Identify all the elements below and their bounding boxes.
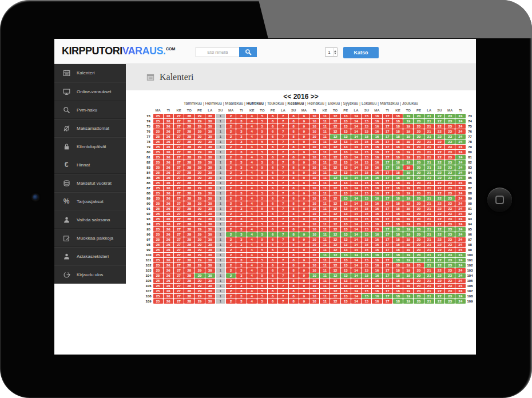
calendar-cell[interactable]: 16 <box>372 294 382 298</box>
calendar-cell[interactable]: 23 <box>445 196 455 201</box>
calendar-cell[interactable]: 15 <box>362 134 371 139</box>
calendar-cell[interactable]: 8 <box>289 201 299 206</box>
calendar-cell[interactable]: 21 <box>424 201 434 206</box>
calendar-cell[interactable]: 8 <box>289 232 299 237</box>
calendar-cell[interactable]: 10 <box>309 119 319 124</box>
calendar-cell[interactable]: 12 <box>330 258 340 262</box>
calendar-cell[interactable]: 10 <box>309 155 319 160</box>
calendar-cell[interactable]: 30 <box>205 145 215 149</box>
calendar-cell[interactable]: 27 <box>174 284 184 288</box>
calendar-cell[interactable]: 13 <box>341 170 351 175</box>
calendar-cell[interactable]: 19 <box>403 263 413 268</box>
calendar-cell[interactable]: 5 <box>257 196 267 201</box>
calendar-cell[interactable]: 17 <box>383 284 392 288</box>
sidebar-item-maksetut-vuokrat[interactable]: Maksetut vuokrat <box>54 174 126 192</box>
calendar-cell[interactable]: 8 <box>289 170 299 175</box>
calendar-cell[interactable]: 9 <box>299 181 309 185</box>
calendar-cell[interactable]: 30 <box>205 258 215 262</box>
calendar-cell[interactable]: 15 <box>362 237 371 242</box>
calendar-cell[interactable]: 15 <box>362 289 371 293</box>
calendar-cell[interactable]: 23 <box>445 114 455 118</box>
calendar-cell[interactable]: 21 <box>424 176 434 180</box>
calendar-cell[interactable]: 19 <box>403 253 413 257</box>
calendar-cell[interactable]: 14 <box>351 278 361 283</box>
calendar-cell[interactable]: 22 <box>435 150 444 154</box>
calendar-cell[interactable]: 29 <box>194 145 204 149</box>
calendar-cell[interactable]: 12 <box>330 248 340 252</box>
calendar-cell[interactable]: 9 <box>299 124 309 129</box>
calendar-cell[interactable]: 29 <box>194 140 204 144</box>
sidebar-item-kirjaudu-ulos[interactable]: Kirjaudu ulos <box>54 265 126 284</box>
calendar-cell[interactable]: 28 <box>184 196 194 201</box>
calendar-cell[interactable]: 27 <box>174 196 184 201</box>
quantity-stepper[interactable]: 1 <box>325 47 338 57</box>
calendar-cell[interactable]: 21 <box>424 170 434 175</box>
calendar-cell[interactable]: 24 <box>455 278 465 283</box>
calendar-cell[interactable]: 3 <box>236 129 246 134</box>
calendar-cell[interactable]: 3 <box>236 299 246 304</box>
calendar-cell[interactable]: 7 <box>278 248 288 252</box>
calendar-cell[interactable]: 4 <box>247 222 257 226</box>
calendar-cell[interactable]: 28 <box>184 227 194 232</box>
calendar-cell[interactable]: 1 <box>216 232 225 237</box>
calendar-cell[interactable]: 25 <box>153 273 163 278</box>
calendar-cell[interactable]: 4 <box>247 248 257 252</box>
calendar-cell[interactable]: 28 <box>184 232 194 237</box>
calendar-cell[interactable]: 30 <box>205 284 215 288</box>
calendar-cell[interactable]: 2 <box>226 134 236 139</box>
calendar-cell[interactable]: 28 <box>184 258 194 262</box>
calendar-cell[interactable]: 19 <box>403 237 413 242</box>
calendar-cell[interactable]: 8 <box>289 129 299 134</box>
calendar-cell[interactable]: 25 <box>153 217 163 221</box>
calendar-cell[interactable]: 21 <box>424 191 434 196</box>
calendar-cell[interactable]: 24 <box>455 289 465 293</box>
calendar-cell[interactable]: 29 <box>194 294 204 298</box>
calendar-cell[interactable]: 6 <box>268 145 277 149</box>
calendar-cell[interactable]: 30 <box>205 196 215 201</box>
calendar-cell[interactable]: 17 <box>383 294 392 298</box>
calendar-cell[interactable]: 19 <box>403 134 413 139</box>
calendar-cell[interactable]: 19 <box>403 273 413 278</box>
calendar-cell[interactable]: 4 <box>247 289 257 293</box>
calendar-cell[interactable]: 7 <box>278 253 288 257</box>
calendar-cell[interactable]: 15 <box>362 299 371 304</box>
calendar-cell[interactable]: 15 <box>362 124 371 129</box>
calendar-cell[interactable]: 25 <box>153 140 163 144</box>
calendar-cell[interactable]: 1 <box>216 273 225 278</box>
calendar-cell[interactable]: 29 <box>194 124 204 129</box>
calendar-cell[interactable]: 21 <box>424 273 434 278</box>
calendar-cell[interactable]: 15 <box>362 114 371 118</box>
calendar-cell[interactable]: 12 <box>330 242 340 247</box>
calendar-cell[interactable]: 28 <box>184 273 194 278</box>
calendar-cell[interactable]: 21 <box>424 263 434 268</box>
calendar-cell[interactable]: 3 <box>236 284 246 288</box>
calendar-cell[interactable]: 13 <box>341 258 351 262</box>
calendar-cell[interactable]: 29 <box>194 191 204 196</box>
calendar-cell[interactable]: 8 <box>289 258 299 262</box>
calendar-cell[interactable]: 23 <box>445 140 455 144</box>
calendar-cell[interactable]: 2 <box>226 119 236 124</box>
calendar-cell[interactable]: 10 <box>309 253 319 257</box>
calendar-cell[interactable]: 4 <box>247 119 257 124</box>
calendar-cell[interactable]: 6 <box>268 278 277 283</box>
calendar-cell[interactable]: 3 <box>236 201 246 206</box>
calendar-cell[interactable]: 9 <box>299 248 309 252</box>
calendar-cell[interactable]: 22 <box>435 248 444 252</box>
calendar-cell[interactable]: 14 <box>351 227 361 232</box>
calendar-cell[interactable]: 19 <box>403 258 413 262</box>
calendar-cell[interactable]: 22 <box>435 217 444 221</box>
calendar-cell[interactable]: 3 <box>236 217 246 221</box>
calendar-cell[interactable]: 6 <box>268 206 277 211</box>
calendar-cell[interactable]: 22 <box>435 227 444 232</box>
calendar-cell[interactable]: 3 <box>236 181 246 185</box>
calendar-cell[interactable]: 11 <box>320 191 329 196</box>
calendar-cell[interactable]: 8 <box>289 186 299 190</box>
calendar-cell[interactable]: 10 <box>309 273 319 278</box>
calendar-cell[interactable]: 25 <box>153 206 163 211</box>
calendar-cell[interactable]: 14 <box>351 155 361 160</box>
calendar-cell[interactable]: 1 <box>216 289 225 293</box>
calendar-cell[interactable]: 17 <box>383 176 392 180</box>
calendar-cell[interactable]: 27 <box>174 253 184 257</box>
calendar-cell[interactable]: 3 <box>236 237 246 242</box>
calendar-cell[interactable]: 21 <box>424 114 434 118</box>
